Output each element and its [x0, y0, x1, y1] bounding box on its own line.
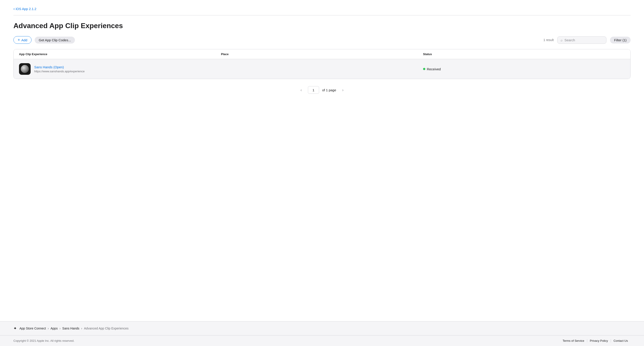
- privacy-policy-link[interactable]: Privacy Policy: [587, 339, 611, 343]
- column-header-status: Status: [423, 52, 625, 56]
- pagination: ‹ of 1 page ›: [14, 86, 630, 94]
- status-label: Received: [427, 67, 441, 71]
- experiences-table: App Clip Experience Place Status Sans Ha…: [14, 49, 630, 79]
- add-button[interactable]: + Add: [14, 36, 32, 44]
- app-name: Sans Hands (Open): [34, 65, 84, 69]
- table-header: App Clip Experience Place Status: [14, 49, 630, 59]
- copyright: Copyright © 2021 Apple Inc. All rights r…: [14, 339, 74, 343]
- app-icon: [19, 63, 31, 75]
- breadcrumb-app-store-connect[interactable]: App Store Connect: [20, 327, 46, 330]
- status-dot: [423, 68, 425, 70]
- add-label: Add: [22, 38, 28, 42]
- search-icon: ⌕: [560, 38, 562, 42]
- page-title: Advanced App Clip Experiences: [14, 22, 630, 30]
- header-divider: [14, 15, 630, 15]
- app-store-connect-logo: ✦: [14, 326, 17, 331]
- breadcrumb-separator-1: ›: [48, 327, 49, 330]
- page-text: of 1 page: [322, 88, 336, 92]
- breadcrumb-separator-2: ›: [60, 327, 60, 330]
- toolbar: + Add Get App Clip Codes... 1 result ⌕ F…: [14, 36, 630, 44]
- page-input[interactable]: [308, 86, 319, 94]
- get-codes-label: Get App Clip Codes...: [39, 38, 71, 42]
- column-header-experience: App Clip Experience: [19, 52, 221, 56]
- prev-page-button[interactable]: ‹: [298, 86, 305, 94]
- breadcrumb-sans-hands[interactable]: Sans Hands: [62, 327, 80, 330]
- footer-link-group: Terms of Service Privacy Policy Contact …: [560, 339, 630, 343]
- next-page-button[interactable]: ›: [339, 86, 346, 94]
- status-cell: Received: [423, 67, 625, 71]
- table-row[interactable]: Sans Hands (Open) https://www.sanshands.…: [14, 59, 630, 79]
- terms-of-service-link[interactable]: Terms of Service: [560, 339, 587, 343]
- app-url: https://www.sanshands.app/experience: [34, 70, 84, 73]
- filter-button[interactable]: Filter (1): [610, 37, 630, 43]
- app-info: Sans Hands (Open) https://www.sanshands.…: [34, 65, 84, 73]
- footer: ✦ App Store Connect › Apps › Sans Hands …: [0, 321, 644, 346]
- breadcrumb-bar: ✦ App Store Connect › Apps › Sans Hands …: [0, 321, 644, 335]
- breadcrumb-apps[interactable]: Apps: [50, 327, 58, 330]
- app-icon-sphere: [21, 65, 29, 73]
- result-count: 1 result: [544, 38, 554, 42]
- search-input[interactable]: [564, 38, 603, 42]
- column-header-place: Place: [221, 52, 423, 56]
- contact-us-link[interactable]: Contact Us: [611, 339, 630, 343]
- filter-label: Filter (1): [614, 38, 626, 42]
- toolbar-right: 1 result ⌕ Filter (1): [544, 36, 630, 44]
- breadcrumb-current: Advanced App Clip Experiences: [84, 327, 128, 330]
- plus-icon: +: [18, 38, 20, 42]
- search-box: ⌕: [557, 36, 606, 44]
- get-app-clip-codes-button[interactable]: Get App Clip Codes...: [35, 37, 75, 43]
- breadcrumb-separator-3: ›: [81, 327, 82, 330]
- footer-links: Copyright © 2021 Apple Inc. All rights r…: [0, 335, 644, 346]
- experience-cell: Sans Hands (Open) https://www.sanshands.…: [19, 63, 221, 75]
- back-link[interactable]: iOS App 2.1.2: [14, 7, 36, 11]
